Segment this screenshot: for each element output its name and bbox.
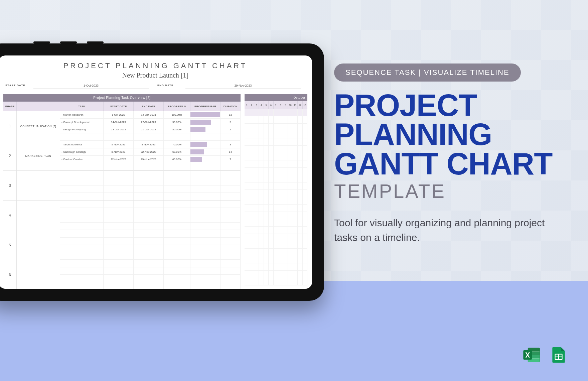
phase-number: 3	[3, 171, 17, 200]
col-progress: PROGRESS %	[164, 102, 190, 111]
feature-badge: SEQUENCE TASK | VISUALIZE TIMELINE	[334, 64, 521, 82]
format-icons	[523, 346, 568, 364]
gantt-row	[245, 182, 307, 190]
phase-block: 6	[3, 260, 241, 289]
task-progress-bar	[190, 156, 220, 163]
task-progress: 100.00%	[164, 111, 190, 119]
task-name: - Campaign Strategy	[60, 148, 104, 156]
task-progress: 80.00%	[164, 126, 190, 133]
empty-row	[60, 282, 241, 289]
gantt-row	[245, 263, 307, 271]
gantt-day: 1	[245, 101, 249, 109]
empty-row	[60, 178, 241, 185]
gantt-day: 11	[293, 101, 298, 109]
phase-name	[17, 230, 60, 260]
empty-row	[60, 245, 241, 252]
gantt-grid: October 12345678910111213	[245, 94, 307, 289]
task-start: 5-Nov-2023	[104, 141, 134, 148]
gantt-row	[245, 241, 307, 249]
empty-row	[60, 238, 241, 245]
gantt-row	[245, 109, 307, 116]
task-name: - Target Audience	[60, 141, 104, 148]
phase-block: 3	[3, 171, 241, 201]
headline-line-3: GANTT CHART	[334, 149, 568, 178]
phase-number: 1	[3, 111, 17, 141]
end-date-value: 29-Nov-2023	[185, 83, 301, 89]
phase-block: 5	[3, 230, 241, 260]
empty-row	[60, 275, 241, 282]
gantt-row	[245, 146, 307, 153]
task-progress: 60.00%	[164, 148, 190, 156]
task-duration: 13	[220, 111, 241, 119]
task-end: 29-Nov-2023	[134, 156, 164, 163]
task-row: - Target Audience5-Nov-20238-Nov-202370.…	[60, 141, 241, 148]
headline-line-2: PLANNING	[334, 120, 568, 149]
table-body: 1CONCEPTUALIZATION [3]- Market Research1…	[3, 111, 241, 289]
phase-number: 2	[3, 141, 17, 170]
gantt-day: 7	[274, 101, 278, 109]
start-date-label: START DATE	[3, 83, 33, 89]
task-start: 14-Oct-2023	[104, 119, 134, 126]
headline-line-1: PROJECT	[334, 91, 568, 120]
phase-tasks	[60, 171, 241, 200]
empty-row	[60, 163, 241, 170]
excel-icon	[523, 346, 541, 364]
marketing-copy: SEQUENCE TASK | VISUALIZE TIMELINE PROJE…	[334, 64, 568, 245]
task-row: - Content Creation22-Nov-202329-Nov-2023…	[60, 156, 241, 163]
task-end: 14-Oct-2023	[134, 111, 164, 119]
task-start: 8-Nov-2023	[104, 148, 134, 156]
gantt-day: 12	[298, 101, 302, 109]
task-row: - Design Prototyping23-Oct-202325-Oct-20…	[60, 126, 241, 133]
gantt-row	[245, 153, 307, 160]
empty-row	[60, 230, 241, 238]
task-name: - Design Prototyping	[60, 126, 104, 133]
column-headers: PHASE TASK START DATE END DATE PROGRESS …	[3, 102, 241, 111]
empty-row	[60, 267, 241, 275]
task-start: 22-Nov-2023	[104, 156, 134, 163]
empty-row	[60, 252, 241, 260]
gantt-day: 3	[254, 101, 259, 109]
task-end: 23-Oct-2023	[134, 119, 164, 126]
task-progress: 60.00%	[164, 156, 190, 163]
phase-number: 4	[3, 201, 17, 230]
gantt-row	[245, 138, 307, 146]
phase-name: CONCEPTUALIZATION [3]	[17, 111, 60, 141]
empty-row	[60, 201, 241, 208]
task-progress-bar	[190, 119, 220, 126]
empty-row	[60, 208, 241, 215]
phase-tasks	[60, 230, 241, 260]
tablet-hw-buttons	[33, 41, 104, 43]
promo-canvas: SEQUENCE TASK | VISUALIZE TIMELINE PROJE…	[0, 0, 588, 381]
gantt-row	[245, 124, 307, 131]
task-duration: 14	[220, 148, 241, 156]
task-overview-table: Project Planning Task Overview [2] PHASE…	[3, 94, 241, 289]
task-duration: 7	[220, 156, 241, 163]
tablet-screen: PROJECT PLANNING GANTT CHART New Product…	[0, 55, 312, 289]
empty-row	[60, 171, 241, 178]
phase-name: MARKETING PLAN	[17, 141, 60, 170]
col-phase: PHASE	[3, 102, 17, 111]
phase-name	[17, 171, 60, 200]
task-name: - Market Research	[60, 111, 104, 119]
gantt-day: 13	[303, 101, 307, 109]
gantt-day: 8	[278, 101, 283, 109]
gantt-day: 2	[249, 101, 254, 109]
sheet-subtitle: New Product Launch [1]	[3, 72, 307, 79]
task-start: 1-Oct-2023	[104, 111, 134, 119]
task-end: 8-Nov-2023	[134, 141, 164, 148]
task-duration: 3	[220, 141, 241, 148]
task-end: 25-Oct-2023	[134, 126, 164, 133]
empty-row	[60, 193, 241, 200]
gantt-day: 6	[269, 101, 273, 109]
phase-name	[17, 201, 60, 230]
phase-number: 6	[3, 260, 17, 289]
phase-name	[17, 260, 60, 289]
task-name: - Content Creation	[60, 156, 104, 163]
col-phase-name	[17, 102, 60, 111]
task-progress-bar	[190, 141, 220, 148]
gantt-row	[245, 160, 307, 168]
gantt-day: 10	[288, 101, 293, 109]
gantt-row	[245, 168, 307, 175]
end-date-label: END DATE	[155, 83, 185, 89]
gantt-row	[245, 116, 307, 124]
